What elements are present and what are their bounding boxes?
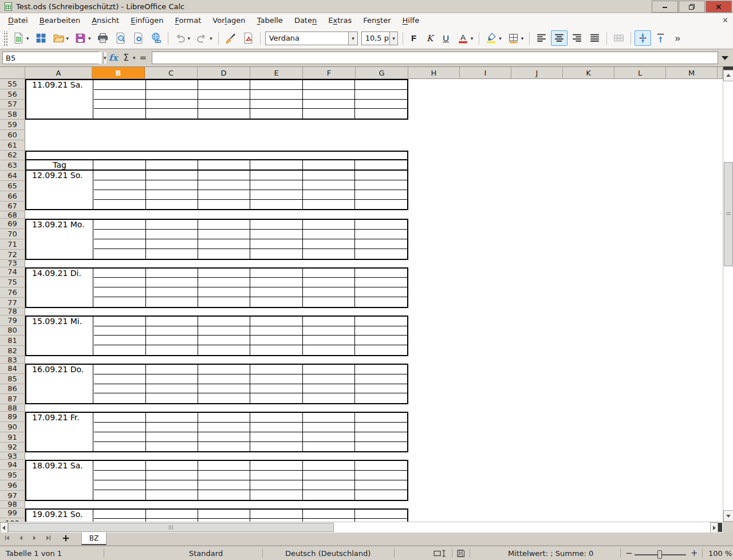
cell[interactable] — [198, 442, 250, 452]
cell[interactable] — [94, 413, 146, 423]
cell[interactable] — [94, 365, 146, 374]
cell[interactable] — [303, 180, 355, 190]
cell[interactable] — [303, 200, 355, 210]
grid-canvas[interactable]: 5556575811.09.21 Sa.5960616263Tag6465666… — [0, 79, 723, 522]
close-document-icon[interactable]: ✕ — [722, 16, 728, 25]
cell[interactable] — [303, 190, 355, 200]
cell[interactable] — [250, 393, 302, 403]
font-name-input[interactable] — [266, 33, 349, 44]
row-header-89[interactable]: 89 — [0, 412, 25, 422]
cell[interactable] — [146, 432, 198, 442]
sum-dropdown-icon[interactable]: ▾ — [132, 55, 137, 61]
cell[interactable] — [198, 336, 250, 345]
cell[interactable] — [250, 109, 302, 119]
zoom-in-button[interactable]: + — [691, 546, 698, 560]
cell[interactable] — [355, 160, 407, 169]
toolbar-overflow-button[interactable]: » — [670, 31, 685, 46]
cell[interactable] — [198, 365, 250, 374]
cell[interactable] — [250, 336, 302, 345]
row-header-83[interactable]: 83 — [0, 356, 25, 364]
cell[interactable] — [303, 384, 355, 394]
cell[interactable] — [303, 510, 355, 519]
new-document-button[interactable]: ▾ — [10, 30, 31, 46]
row-header-58[interactable]: 58 — [0, 109, 25, 120]
row-header-79[interactable]: 79 — [0, 316, 25, 326]
save-button[interactable]: ▾ — [72, 30, 93, 46]
cell[interactable] — [355, 365, 407, 374]
cell[interactable] — [198, 413, 250, 423]
cell[interactable] — [303, 336, 355, 345]
row-header-91[interactable]: 91 — [0, 432, 25, 443]
cell[interactable] — [303, 471, 355, 480]
cell[interactable] — [198, 423, 250, 432]
cell[interactable] — [94, 471, 146, 480]
cell-date-55[interactable]: 11.09.21 Sa. — [26, 80, 93, 119]
cell[interactable] — [146, 100, 198, 109]
cell[interactable] — [303, 100, 355, 109]
font-color-dropdown-icon[interactable]: ▾ — [471, 36, 474, 41]
row-header-62[interactable]: 62 — [0, 151, 25, 161]
cell[interactable] — [250, 171, 302, 180]
cell[interactable] — [94, 269, 146, 278]
cell[interactable] — [303, 413, 355, 423]
align-center-button[interactable] — [551, 30, 568, 46]
cell[interactable] — [94, 442, 146, 452]
row-header-82[interactable]: 82 — [0, 346, 25, 356]
cell[interactable] — [303, 345, 355, 355]
column-header-K[interactable]: K — [563, 67, 614, 78]
cell[interactable] — [250, 461, 302, 471]
cell[interactable] — [146, 510, 198, 519]
cell[interactable] — [355, 461, 407, 471]
first-sheet-button[interactable] — [0, 533, 14, 545]
cell[interactable] — [355, 287, 407, 297]
document-save-status-icon[interactable] — [456, 546, 465, 560]
cell[interactable] — [250, 384, 302, 394]
cell[interactable] — [303, 297, 355, 307]
cell[interactable] — [250, 180, 302, 190]
menu-daten[interactable]: Daten — [289, 14, 322, 26]
cell[interactable] — [250, 442, 302, 452]
cell[interactable] — [146, 269, 198, 278]
row-header-87[interactable]: 87 — [0, 394, 25, 404]
page-style-label[interactable]: Standard — [189, 546, 223, 560]
cell[interactable] — [355, 180, 407, 190]
cell[interactable] — [250, 239, 302, 249]
cell[interactable] — [250, 160, 302, 169]
sum-icon[interactable]: Σ — [120, 53, 131, 63]
cell[interactable] — [250, 287, 302, 297]
open-button[interactable]: ▾ — [50, 30, 72, 46]
cell[interactable] — [146, 480, 198, 490]
cell[interactable] — [198, 326, 250, 336]
scroll-right-button[interactable] — [710, 522, 718, 533]
cell-date-94[interactable]: 18.09.21 Sa. — [26, 461, 93, 499]
cell[interactable] — [198, 220, 250, 230]
row-header-61[interactable]: 61 — [0, 140, 25, 151]
cell[interactable] — [355, 190, 407, 200]
hyperlink-button[interactable] — [148, 30, 164, 46]
cell[interactable] — [198, 109, 250, 119]
insert-mode-icon[interactable] — [434, 546, 447, 560]
column-header-H[interactable]: H — [408, 67, 460, 78]
export-pdf-button[interactable] — [240, 30, 257, 46]
cell[interactable] — [250, 100, 302, 109]
cell[interactable] — [303, 317, 355, 326]
print-preview-button[interactable] — [112, 30, 129, 46]
cell[interactable] — [198, 432, 250, 442]
cell[interactable] — [250, 90, 302, 100]
cell[interactable] — [198, 480, 250, 490]
cell[interactable] — [355, 326, 407, 336]
cell[interactable] — [146, 278, 198, 287]
new-document-dropdown-icon[interactable]: ▾ — [26, 36, 29, 41]
cell[interactable] — [250, 432, 302, 442]
cell[interactable] — [303, 490, 355, 500]
cell[interactable] — [198, 239, 250, 249]
page-settings-button[interactable] — [130, 30, 147, 46]
cell[interactable] — [94, 480, 146, 490]
row-header-95[interactable]: 95 — [0, 470, 25, 480]
cell[interactable] — [146, 423, 198, 432]
cell[interactable] — [303, 249, 355, 259]
menu-vorlagen[interactable]: Vorlagen — [207, 14, 251, 26]
restore-button[interactable] — [679, 1, 705, 13]
cell[interactable] — [198, 471, 250, 480]
cell[interactable] — [355, 432, 407, 442]
